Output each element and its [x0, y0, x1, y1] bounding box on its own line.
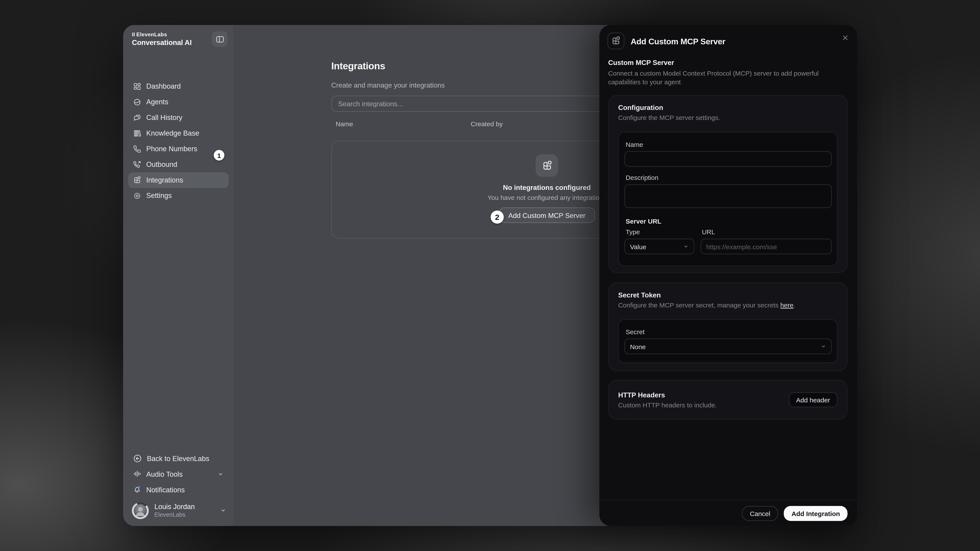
secret-desc-text: Configure the MCP server secret, manage … [618, 301, 780, 309]
chevron-down-icon [821, 343, 826, 349]
panel-left-icon [215, 35, 224, 43]
http-headers-title: HTTP Headers [618, 391, 717, 399]
drawer-section-title: Custom MCP Server [608, 59, 674, 66]
elevenlabs-logo-icon: II [132, 31, 135, 38]
step-marker-1: 1 [214, 150, 224, 160]
sidebar-item-call-history[interactable]: Call History [128, 110, 229, 125]
sidebar-item-label: Outbound [146, 157, 177, 173]
type-label: Type [626, 228, 694, 235]
secret-token-title: Secret Token [618, 291, 837, 299]
books-icon [133, 129, 141, 137]
sidebar-item-knowledge-base[interactable]: Knowledge Base [128, 125, 229, 141]
avatar-ring [132, 502, 149, 519]
sidebar-item-label: Agents [146, 94, 168, 110]
name-field[interactable] [624, 151, 832, 167]
bell-icon [133, 485, 141, 494]
screen: IIElevenLabs Conversational AI Dashboard… [0, 0, 980, 551]
sidebar-item-settings[interactable]: Settings [128, 188, 229, 203]
sidebar-item-agents[interactable]: Agents [128, 94, 229, 110]
empty-state-subtitle: You have not configured any integrations [488, 194, 606, 201]
mcp-server-icon [608, 33, 625, 49]
drawer-title: Add Custom MCP Server [631, 37, 725, 46]
step-marker-2: 2 [491, 211, 504, 224]
secret-token-description: Configure the MCP server secret, manage … [618, 301, 837, 309]
user-meta: Louis Jordan ElevenLabs [154, 503, 195, 518]
close-button[interactable] [840, 33, 850, 43]
configuration-fields: Name Description Server URL Type Value U… [618, 132, 837, 266]
add-mcp-server-drawer: Add Custom MCP Server Custom MCP Server … [599, 25, 858, 526]
configuration-title: Configuration [618, 104, 837, 111]
sidebar-item-label: Dashboard [146, 79, 181, 94]
waveform-icon [133, 470, 141, 478]
sidebar-header: IIElevenLabs Conversational AI [132, 31, 228, 46]
phone-outgoing-icon [133, 160, 141, 168]
drawer-footer: Cancel Add Integration [599, 500, 858, 526]
sidebar-item-label: Call History [146, 110, 182, 125]
cancel-button[interactable]: Cancel [742, 506, 778, 521]
secret-select[interactable]: None [624, 338, 832, 354]
sidebar-toggle-button[interactable] [212, 31, 228, 47]
type-select[interactable]: Value [624, 238, 694, 254]
chevron-down-icon [220, 507, 226, 514]
secret-desc-period: . [794, 301, 795, 309]
sidebar-nav: Dashboard Agents Call History Knowledge … [128, 79, 229, 203]
user-name: Louis Jordan [154, 503, 195, 510]
url-label: URL [702, 228, 832, 235]
configuration-description: Configure the MCP server settings. [618, 114, 837, 121]
description-field[interactable] [624, 184, 832, 208]
sidebar-item-label: Integrations [146, 173, 183, 188]
server-url-row: Type Value URL [624, 228, 832, 254]
server-url-label: Server URL [626, 218, 832, 225]
description-label: Description [626, 174, 832, 181]
notifications-button[interactable]: Notifications [128, 482, 229, 497]
secret-label: Secret [626, 328, 832, 335]
http-headers-description: Custom HTTP headers to include. [618, 401, 717, 409]
add-integration-button[interactable]: Add Integration [784, 506, 847, 521]
configuration-card: Configuration Configure the MCP server s… [608, 95, 847, 273]
name-label: Name [626, 141, 832, 148]
sidebar-footer: Back to ElevenLabs Audio Tools Notificat… [128, 450, 229, 521]
manage-secrets-link[interactable]: here [780, 301, 793, 309]
back-to-elevenlabs-link[interactable]: Back to ElevenLabs [128, 450, 229, 466]
back-to-elevenlabs-label: Back to ElevenLabs [147, 454, 209, 462]
http-headers-card: HTTP Headers Custom HTTP headers to incl… [608, 380, 847, 420]
add-header-button[interactable]: Add header [789, 392, 837, 407]
arrow-left-circle-icon [133, 454, 142, 462]
user-menu[interactable]: Louis Jordan ElevenLabs [128, 500, 229, 521]
chat-bubbles-icon [133, 114, 141, 122]
chevron-down-icon [683, 244, 689, 249]
sidebar-item-dashboard[interactable]: Dashboard [128, 79, 229, 94]
chevron-down-icon [218, 471, 224, 477]
phone-icon [133, 145, 141, 153]
page-title: Integrations [331, 60, 385, 72]
http-headers-text: HTTP Headers Custom HTTP headers to incl… [618, 391, 717, 409]
notification-dot [138, 486, 140, 488]
avatar [134, 504, 147, 517]
sidebar-item-label: Phone Numbers [146, 141, 197, 157]
integrations-icon [536, 154, 558, 177]
sidebar-item-outbound[interactable]: Outbound [128, 157, 229, 173]
brand-name: ElevenLabs [136, 31, 167, 38]
secret-select-value: None [630, 343, 646, 350]
user-org: ElevenLabs [154, 511, 195, 518]
dashboard-icon [133, 83, 141, 91]
audio-tools-menu[interactable]: Audio Tools [128, 466, 229, 482]
notifications-label: Notifications [146, 486, 185, 493]
audio-tools-label: Audio Tools [146, 470, 183, 478]
type-select-value: Value [630, 243, 646, 250]
add-custom-mcp-server-button[interactable]: Add Custom MCP Server [499, 208, 595, 223]
secret-fields: Secret None [618, 319, 837, 363]
sidebar-item-label: Knowledge Base [146, 125, 199, 141]
agents-icon [133, 98, 141, 106]
column-header-created-by: Created by [471, 120, 503, 127]
close-icon [842, 34, 848, 41]
url-field[interactable] [701, 238, 832, 254]
sidebar-item-label: Settings [146, 188, 172, 203]
sidebar-item-integrations[interactable]: Integrations [128, 173, 229, 188]
empty-state-title: No integrations configured [503, 184, 591, 191]
integrations-icon [133, 176, 141, 184]
page-subtitle: Create and manage your integrations [331, 81, 445, 89]
column-header-name: Name [336, 120, 353, 127]
secret-token-card: Secret Token Configure the MCP server se… [608, 283, 847, 371]
gear-icon [133, 192, 141, 200]
